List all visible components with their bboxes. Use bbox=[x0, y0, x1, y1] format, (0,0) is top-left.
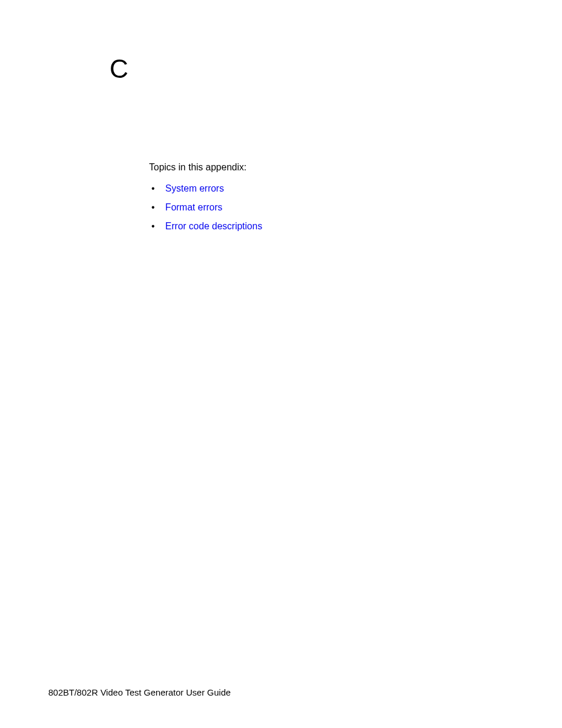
bullet-icon: • bbox=[151, 221, 155, 232]
content-region: Topics in this appendix: • System errors… bbox=[149, 162, 262, 240]
topic-list: • System errors • Format errors • Error … bbox=[149, 183, 262, 232]
bullet-icon: • bbox=[151, 202, 155, 213]
list-item: • Format errors bbox=[149, 202, 262, 213]
link-system-errors[interactable]: System errors bbox=[166, 183, 224, 194]
bullet-icon: • bbox=[151, 183, 155, 194]
intro-text: Topics in this appendix: bbox=[149, 162, 262, 173]
link-error-code-descriptions[interactable]: Error code descriptions bbox=[166, 221, 263, 232]
appendix-letter: C bbox=[110, 54, 128, 84]
list-item: • Error code descriptions bbox=[149, 221, 262, 232]
footer-text: 802BT/802R Video Test Generator User Gui… bbox=[48, 687, 231, 697]
list-item: • System errors bbox=[149, 183, 262, 194]
link-format-errors[interactable]: Format errors bbox=[166, 202, 223, 213]
